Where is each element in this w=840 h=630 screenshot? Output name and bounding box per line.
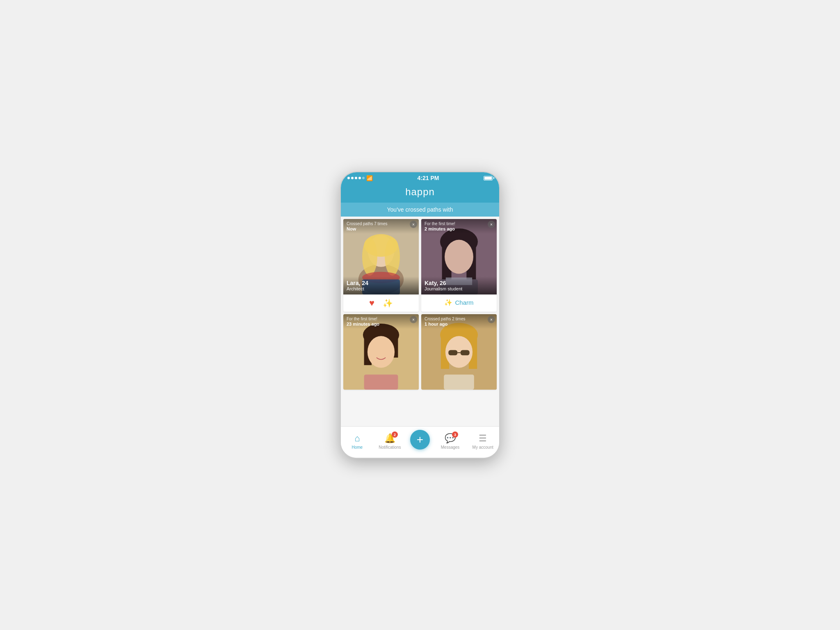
add-button[interactable]: + <box>410 430 430 450</box>
katy-occupation: Journalism student <box>425 286 493 291</box>
person3-close-button[interactable]: × <box>410 316 417 323</box>
bottom-nav: ⌂ Home 🔔 2 Notifications + 💬 3 Messages … <box>341 426 499 458</box>
cards-grid: Crossed paths 7 times Now × Lara, 24 Arc… <box>343 219 497 390</box>
notifications-badge: 2 <box>392 431 398 438</box>
main-content: Crossed paths 7 times Now × Lara, 24 Arc… <box>341 217 499 426</box>
lara-time: Now <box>347 226 415 231</box>
svg-rect-29 <box>444 374 474 390</box>
lara-overlay-bottom: Lara, 24 Architect <box>343 276 419 294</box>
card-person3-image: For the first time! 23 minutes ago × <box>343 314 419 390</box>
katy-charm-button[interactable]: ✨ Charm <box>421 294 497 310</box>
card-person4[interactable]: Crossed paths 2 times 1 hour ago × <box>421 314 497 390</box>
person3-overlay-top: For the first time! 23 minutes ago <box>343 314 419 329</box>
messages-label: Messages <box>441 445 460 450</box>
card-katy-image: For the first time! 2 minutes ago × Katy… <box>421 219 497 294</box>
subheader: You've crossed paths with <box>341 203 499 217</box>
phone-frame: 📶 4:21 PM happn You've crossed paths wit… <box>340 171 500 459</box>
lara-overlay-top: Crossed paths 7 times Now <box>343 219 419 234</box>
nav-messages[interactable]: 💬 3 Messages <box>438 433 463 450</box>
messages-badge: 3 <box>452 431 458 438</box>
charm-emoji: ✨ <box>444 299 452 306</box>
katy-overlay-bottom: Katy, 26 Journalism student <box>421 276 497 294</box>
svg-rect-20 <box>364 374 398 390</box>
status-left: 📶 <box>347 175 373 181</box>
nav-home[interactable]: ⌂ Home <box>345 433 370 450</box>
katy-crossed-label: For the first time! <box>425 221 493 226</box>
notifications-label: Notifications <box>379 445 401 450</box>
home-label: Home <box>352 445 363 450</box>
signal-dots <box>347 177 365 179</box>
app-title: happn <box>341 186 499 198</box>
person4-crossed-label: Crossed paths 2 times <box>425 317 493 321</box>
account-label: My account <box>472 445 493 450</box>
status-right <box>484 176 493 180</box>
card-person3[interactable]: For the first time! 23 minutes ago × <box>343 314 419 390</box>
lara-name: Lara, 24 <box>347 280 415 286</box>
svg-point-12 <box>445 240 473 274</box>
status-bar: 📶 4:21 PM <box>341 172 499 183</box>
nav-notifications[interactable]: 🔔 2 Notifications <box>377 433 402 450</box>
nav-account[interactable]: ☰ My account <box>470 433 495 450</box>
person3-crossed-label: For the first time! <box>347 317 415 321</box>
account-icon: ☰ <box>479 433 487 444</box>
card-lara-image: Crossed paths 7 times Now × Lara, 24 Arc… <box>343 219 419 294</box>
subheader-text: You've crossed paths with <box>387 206 453 213</box>
lara-like-button[interactable]: ♥ <box>369 298 374 308</box>
card-katy[interactable]: For the first time! 2 minutes ago × Katy… <box>421 219 497 312</box>
notifications-badge-container: 🔔 2 <box>384 433 395 444</box>
card-person4-image: Crossed paths 2 times 1 hour ago × <box>421 314 497 390</box>
katy-overlay-top: For the first time! 2 minutes ago <box>421 219 497 234</box>
battery-icon <box>484 176 493 180</box>
app-header: happn <box>341 183 499 203</box>
status-time: 4:21 PM <box>418 175 439 181</box>
messages-badge-container: 💬 3 <box>445 433 456 444</box>
svg-point-19 <box>368 336 395 368</box>
person3-time: 23 minutes ago <box>347 322 415 326</box>
svg-rect-26 <box>448 350 457 355</box>
home-icon: ⌂ <box>354 433 360 444</box>
katy-time: 2 minutes ago <box>425 226 493 231</box>
lara-crossed-label: Crossed paths 7 times <box>347 221 415 226</box>
charm-label: Charm <box>455 299 473 306</box>
wifi-icon: 📶 <box>366 175 373 181</box>
svg-rect-27 <box>461 350 470 355</box>
card-lara[interactable]: Crossed paths 7 times Now × Lara, 24 Arc… <box>343 219 419 312</box>
person4-close-button[interactable]: × <box>488 316 495 323</box>
katy-name: Katy, 26 <box>425 280 493 286</box>
person4-overlay-top: Crossed paths 2 times 1 hour ago <box>421 314 497 329</box>
svg-point-4 <box>362 238 377 276</box>
katy-close-button[interactable]: × <box>488 221 495 228</box>
svg-point-5 <box>385 238 400 276</box>
lara-close-button[interactable]: × <box>410 221 417 228</box>
lara-charm-button[interactable]: ✨ <box>383 298 393 308</box>
lara-actions: ♥ ✨ <box>343 294 419 312</box>
lara-occupation: Architect <box>347 286 415 291</box>
person4-time: 1 hour ago <box>425 322 493 326</box>
